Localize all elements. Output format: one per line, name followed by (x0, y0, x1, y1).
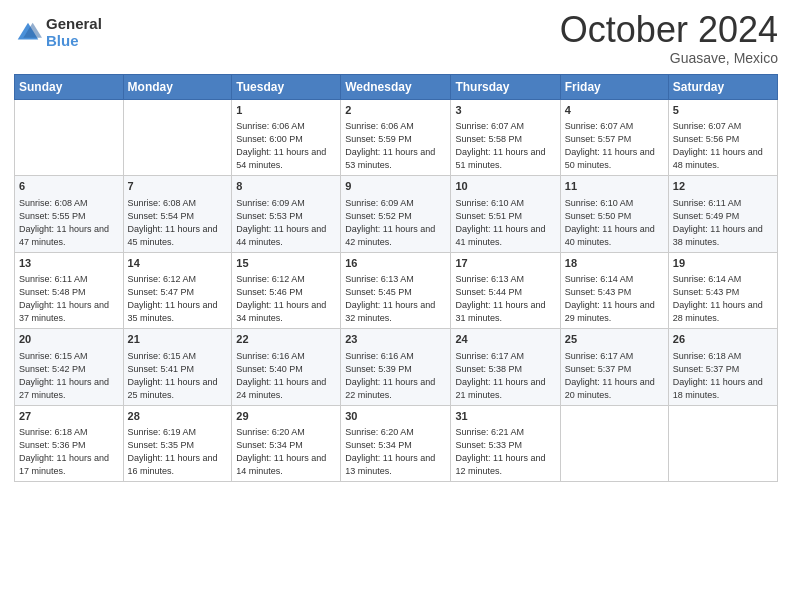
calendar-cell: 31Sunrise: 6:21 AMSunset: 5:33 PMDayligh… (451, 405, 560, 482)
col-header-friday: Friday (560, 74, 668, 99)
calendar-cell (560, 405, 668, 482)
day-number: 27 (19, 409, 119, 424)
calendar-cell: 21Sunrise: 6:15 AMSunset: 5:41 PMDayligh… (123, 329, 232, 406)
calendar-cell: 5Sunrise: 6:07 AMSunset: 5:56 PMDaylight… (668, 99, 777, 176)
day-info: Sunrise: 6:13 AMSunset: 5:45 PMDaylight:… (345, 273, 446, 325)
day-number: 2 (345, 103, 446, 118)
day-number: 16 (345, 256, 446, 271)
day-number: 4 (565, 103, 664, 118)
location-subtitle: Guasave, Mexico (560, 50, 778, 66)
day-number: 3 (455, 103, 555, 118)
day-number: 24 (455, 332, 555, 347)
calendar-cell: 11Sunrise: 6:10 AMSunset: 5:50 PMDayligh… (560, 176, 668, 253)
calendar-cell: 27Sunrise: 6:18 AMSunset: 5:36 PMDayligh… (15, 405, 124, 482)
day-number: 13 (19, 256, 119, 271)
calendar-cell: 9Sunrise: 6:09 AMSunset: 5:52 PMDaylight… (341, 176, 451, 253)
day-info: Sunrise: 6:18 AMSunset: 5:37 PMDaylight:… (673, 350, 773, 402)
day-info: Sunrise: 6:10 AMSunset: 5:50 PMDaylight:… (565, 197, 664, 249)
calendar-cell: 23Sunrise: 6:16 AMSunset: 5:39 PMDayligh… (341, 329, 451, 406)
day-number: 10 (455, 179, 555, 194)
calendar-cell: 26Sunrise: 6:18 AMSunset: 5:37 PMDayligh… (668, 329, 777, 406)
calendar-week-row: 1Sunrise: 6:06 AMSunset: 6:00 PMDaylight… (15, 99, 778, 176)
day-number: 29 (236, 409, 336, 424)
day-info: Sunrise: 6:20 AMSunset: 5:34 PMDaylight:… (236, 426, 336, 478)
logo-general-text: General (46, 16, 102, 33)
header: General Blue October 2024 Guasave, Mexic… (14, 10, 778, 66)
title-block: October 2024 Guasave, Mexico (560, 10, 778, 66)
day-number: 31 (455, 409, 555, 424)
calendar-week-row: 13Sunrise: 6:11 AMSunset: 5:48 PMDayligh… (15, 252, 778, 329)
day-info: Sunrise: 6:17 AMSunset: 5:38 PMDaylight:… (455, 350, 555, 402)
day-info: Sunrise: 6:17 AMSunset: 5:37 PMDaylight:… (565, 350, 664, 402)
day-info: Sunrise: 6:21 AMSunset: 5:33 PMDaylight:… (455, 426, 555, 478)
calendar-table: SundayMondayTuesdayWednesdayThursdayFrid… (14, 74, 778, 483)
calendar-cell: 10Sunrise: 6:10 AMSunset: 5:51 PMDayligh… (451, 176, 560, 253)
day-number: 30 (345, 409, 446, 424)
day-info: Sunrise: 6:07 AMSunset: 5:56 PMDaylight:… (673, 120, 773, 172)
day-info: Sunrise: 6:16 AMSunset: 5:40 PMDaylight:… (236, 350, 336, 402)
day-info: Sunrise: 6:06 AMSunset: 5:59 PMDaylight:… (345, 120, 446, 172)
calendar-cell: 4Sunrise: 6:07 AMSunset: 5:57 PMDaylight… (560, 99, 668, 176)
day-info: Sunrise: 6:10 AMSunset: 5:51 PMDaylight:… (455, 197, 555, 249)
day-number: 26 (673, 332, 773, 347)
day-number: 7 (128, 179, 228, 194)
calendar-cell: 29Sunrise: 6:20 AMSunset: 5:34 PMDayligh… (232, 405, 341, 482)
day-info: Sunrise: 6:06 AMSunset: 6:00 PMDaylight:… (236, 120, 336, 172)
calendar-cell: 15Sunrise: 6:12 AMSunset: 5:46 PMDayligh… (232, 252, 341, 329)
col-header-sunday: Sunday (15, 74, 124, 99)
calendar-cell (123, 99, 232, 176)
calendar-cell: 13Sunrise: 6:11 AMSunset: 5:48 PMDayligh… (15, 252, 124, 329)
day-number: 5 (673, 103, 773, 118)
day-info: Sunrise: 6:14 AMSunset: 5:43 PMDaylight:… (673, 273, 773, 325)
calendar-week-row: 6Sunrise: 6:08 AMSunset: 5:55 PMDaylight… (15, 176, 778, 253)
day-number: 28 (128, 409, 228, 424)
calendar-cell: 16Sunrise: 6:13 AMSunset: 5:45 PMDayligh… (341, 252, 451, 329)
day-number: 21 (128, 332, 228, 347)
day-info: Sunrise: 6:19 AMSunset: 5:35 PMDaylight:… (128, 426, 228, 478)
calendar-cell: 3Sunrise: 6:07 AMSunset: 5:58 PMDaylight… (451, 99, 560, 176)
day-number: 15 (236, 256, 336, 271)
calendar-cell: 18Sunrise: 6:14 AMSunset: 5:43 PMDayligh… (560, 252, 668, 329)
calendar-page: General Blue October 2024 Guasave, Mexic… (0, 0, 792, 612)
day-info: Sunrise: 6:12 AMSunset: 5:46 PMDaylight:… (236, 273, 336, 325)
col-header-saturday: Saturday (668, 74, 777, 99)
calendar-cell: 24Sunrise: 6:17 AMSunset: 5:38 PMDayligh… (451, 329, 560, 406)
day-number: 18 (565, 256, 664, 271)
day-number: 12 (673, 179, 773, 194)
calendar-cell: 1Sunrise: 6:06 AMSunset: 6:00 PMDaylight… (232, 99, 341, 176)
calendar-cell: 6Sunrise: 6:08 AMSunset: 5:55 PMDaylight… (15, 176, 124, 253)
calendar-cell: 7Sunrise: 6:08 AMSunset: 5:54 PMDaylight… (123, 176, 232, 253)
day-info: Sunrise: 6:11 AMSunset: 5:48 PMDaylight:… (19, 273, 119, 325)
calendar-cell: 2Sunrise: 6:06 AMSunset: 5:59 PMDaylight… (341, 99, 451, 176)
day-number: 19 (673, 256, 773, 271)
day-info: Sunrise: 6:09 AMSunset: 5:52 PMDaylight:… (345, 197, 446, 249)
day-info: Sunrise: 6:13 AMSunset: 5:44 PMDaylight:… (455, 273, 555, 325)
day-number: 9 (345, 179, 446, 194)
calendar-cell: 17Sunrise: 6:13 AMSunset: 5:44 PMDayligh… (451, 252, 560, 329)
day-number: 17 (455, 256, 555, 271)
calendar-cell: 14Sunrise: 6:12 AMSunset: 5:47 PMDayligh… (123, 252, 232, 329)
month-title: October 2024 (560, 10, 778, 50)
day-number: 25 (565, 332, 664, 347)
calendar-cell: 20Sunrise: 6:15 AMSunset: 5:42 PMDayligh… (15, 329, 124, 406)
day-info: Sunrise: 6:12 AMSunset: 5:47 PMDaylight:… (128, 273, 228, 325)
day-info: Sunrise: 6:07 AMSunset: 5:58 PMDaylight:… (455, 120, 555, 172)
day-info: Sunrise: 6:16 AMSunset: 5:39 PMDaylight:… (345, 350, 446, 402)
calendar-cell: 28Sunrise: 6:19 AMSunset: 5:35 PMDayligh… (123, 405, 232, 482)
logo: General Blue (14, 16, 102, 49)
col-header-tuesday: Tuesday (232, 74, 341, 99)
calendar-cell: 30Sunrise: 6:20 AMSunset: 5:34 PMDayligh… (341, 405, 451, 482)
logo-icon (14, 19, 42, 47)
day-number: 1 (236, 103, 336, 118)
day-number: 14 (128, 256, 228, 271)
col-header-thursday: Thursday (451, 74, 560, 99)
day-number: 11 (565, 179, 664, 194)
day-info: Sunrise: 6:08 AMSunset: 5:55 PMDaylight:… (19, 197, 119, 249)
day-info: Sunrise: 6:08 AMSunset: 5:54 PMDaylight:… (128, 197, 228, 249)
col-header-wednesday: Wednesday (341, 74, 451, 99)
day-number: 22 (236, 332, 336, 347)
calendar-cell: 22Sunrise: 6:16 AMSunset: 5:40 PMDayligh… (232, 329, 341, 406)
calendar-cell: 19Sunrise: 6:14 AMSunset: 5:43 PMDayligh… (668, 252, 777, 329)
day-info: Sunrise: 6:15 AMSunset: 5:41 PMDaylight:… (128, 350, 228, 402)
calendar-cell: 12Sunrise: 6:11 AMSunset: 5:49 PMDayligh… (668, 176, 777, 253)
